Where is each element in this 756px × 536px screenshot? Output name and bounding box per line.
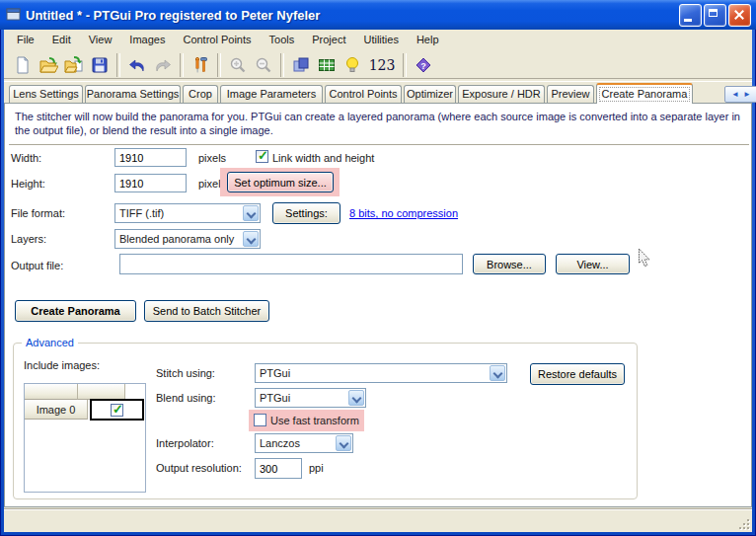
width-input[interactable] — [114, 148, 187, 167]
tab-optimizer[interactable]: Optimizer — [404, 85, 456, 103]
fast-transform-checkbox[interactable] — [254, 414, 266, 426]
close-button[interactable] — [728, 4, 751, 27]
open-icon — [38, 55, 58, 75]
tab-strip: Lens Settings Panorama Settings Crop Ima… — [4, 83, 752, 103]
include-images-label: Include images: — [24, 359, 100, 371]
minimize-button[interactable] — [679, 4, 702, 27]
tab-scroll-buttons[interactable]: ◄► — [724, 86, 756, 103]
toolbar-separator — [180, 53, 184, 77]
resize-grip[interactable] — [737, 517, 750, 530]
menu-project[interactable]: Project — [303, 32, 354, 47]
assistant-button[interactable] — [340, 52, 365, 78]
zoom-in-button[interactable] — [225, 52, 251, 78]
light-bulb-icon — [342, 55, 362, 75]
tab-lens-settings[interactable]: Lens Settings — [9, 85, 83, 103]
tab-preview[interactable]: Preview — [547, 85, 594, 103]
undo-button[interactable] — [124, 52, 150, 78]
table-header-name[interactable] — [25, 384, 78, 400]
tab-control-points[interactable]: Control Points — [325, 85, 402, 103]
tab-panorama-settings[interactable]: Panorama Settings — [85, 85, 181, 103]
file-format-label: File format: — [11, 207, 65, 219]
minimize-icon — [684, 19, 692, 22]
tab-image-parameters[interactable]: Image Parameters — [220, 85, 323, 103]
set-optimum-size-button[interactable]: Set optimum size... — [227, 172, 334, 192]
browse-button[interactable]: Browse... — [473, 254, 546, 274]
menu-control-points[interactable]: Control Points — [174, 32, 260, 47]
tab-create-panorama[interactable]: Create Panorama — [596, 83, 693, 104]
image-row-header[interactable]: Image 0 — [25, 400, 88, 420]
new-project-button[interactable] — [10, 52, 36, 78]
menu-file[interactable]: File — [8, 32, 43, 47]
format-settings-button[interactable]: Settings: — [272, 202, 340, 224]
menu-view[interactable]: View — [80, 32, 121, 47]
maximize-button[interactable] — [704, 4, 726, 27]
output-file-label: Output file: — [11, 260, 63, 271]
help-button[interactable]: ? — [411, 52, 436, 78]
redo-button[interactable] — [150, 52, 176, 78]
maximize-icon — [709, 9, 718, 17]
app-icon — [6, 7, 22, 23]
window-title: Untitled * - PTGui Pro registered to Pet… — [26, 8, 320, 23]
menu-edit[interactable]: Edit — [43, 32, 80, 47]
redo-icon — [153, 55, 173, 75]
image-include-cell[interactable] — [90, 399, 144, 421]
ptgui-window: Untitled * - PTGui Pro registered to Pet… — [0, 0, 756, 536]
output-file-input[interactable] — [119, 254, 463, 274]
format-settings-link[interactable]: 8 bits, no compression — [349, 207, 458, 219]
tools-button[interactable] — [188, 52, 213, 78]
height-input[interactable] — [114, 174, 187, 192]
tools-icon — [190, 55, 210, 75]
menu-utilities[interactable]: Utilities — [354, 32, 407, 47]
table-header-include[interactable] — [78, 384, 125, 400]
menu-images[interactable]: Images — [120, 32, 174, 47]
dropdown-arrow-icon[interactable] — [243, 231, 259, 247]
toolbar-separator — [403, 53, 407, 77]
detail-table-button[interactable] — [314, 52, 340, 78]
open-copy-button[interactable] — [61, 52, 87, 78]
output-resolution-input[interactable] — [255, 458, 302, 479]
save-button[interactable] — [87, 52, 113, 78]
intro-text: The stitcher will now build the panorama… — [15, 110, 749, 137]
help-book-icon: ? — [414, 55, 433, 75]
interpolator-label: Interpolator: — [156, 437, 214, 449]
mouse-cursor — [636, 249, 653, 268]
panorama-editor-button[interactable] — [288, 52, 314, 78]
link-size-label: Link width and height — [272, 152, 374, 164]
zoom-out-icon — [254, 55, 273, 75]
dropdown-arrow-icon[interactable] — [336, 435, 351, 451]
restore-defaults-button[interactable]: Restore defaults — [530, 363, 625, 385]
send-to-batch-button[interactable]: Send to Batch Stitcher — [144, 300, 269, 322]
layers-select[interactable]: Blended panorama only — [114, 229, 261, 249]
file-format-select[interactable]: TIFF (.tif) — [114, 203, 261, 223]
table-icon — [317, 55, 337, 75]
menu-tools[interactable]: Tools — [261, 32, 304, 47]
menu-help[interactable]: Help — [408, 32, 448, 47]
output-resolution-label: Output resolution: — [156, 462, 242, 474]
create-panorama-button[interactable]: Create Panorama — [15, 300, 136, 322]
tab-crop[interactable]: Crop — [183, 85, 218, 103]
title-bar[interactable]: Untitled * - PTGui Pro registered to Pet… — [0, 0, 756, 30]
image-include-checkbox[interactable] — [111, 404, 123, 417]
interpolator-select[interactable]: Lanczos — [255, 433, 353, 453]
numeric-transform-button[interactable]: 123 — [365, 52, 399, 78]
view-button[interactable]: View... — [556, 254, 630, 274]
dropdown-arrow-icon[interactable] — [243, 205, 259, 221]
dropdown-arrow-icon[interactable] — [348, 390, 364, 406]
blend-using-select[interactable]: PTGui — [255, 388, 366, 408]
open-project-button[interactable] — [36, 52, 61, 78]
tab-scroll-right-icon[interactable]: ► — [743, 91, 751, 99]
stitch-using-label: Stitch using: — [156, 367, 215, 379]
toolbar-separator — [116, 53, 120, 77]
link-size-checkbox[interactable] — [256, 150, 268, 163]
save-icon — [90, 55, 110, 75]
dropdown-arrow-icon[interactable] — [490, 365, 505, 381]
layers-label: Layers: — [11, 233, 46, 245]
fast-transform-label: Use fast transform — [270, 415, 359, 426]
include-images-table[interactable]: Image 0 — [24, 383, 146, 493]
interpolator-value: Lanczos — [260, 437, 300, 449]
width-unit: pixels — [198, 152, 226, 164]
tab-exposure-hdr[interactable]: Exposure / HDR — [458, 85, 545, 103]
zoom-out-button[interactable] — [251, 52, 276, 78]
tab-scroll-left-icon[interactable]: ◄ — [731, 91, 739, 99]
stitch-using-select[interactable]: PTGui — [255, 363, 507, 383]
